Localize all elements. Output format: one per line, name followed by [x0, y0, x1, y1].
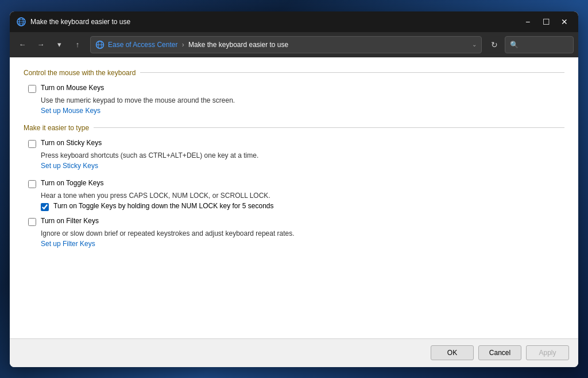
address-globe-icon [95, 40, 105, 49]
toggle-keys-description: Hear a tone when you press CAPS LOCK, NU… [41, 192, 564, 200]
cancel-button[interactable]: Cancel [478, 345, 521, 360]
up-button[interactable]: ↑ [69, 37, 86, 53]
sticky-keys-row: Turn on Sticky Keys [28, 139, 564, 148]
main-content: Control the mouse with the keyboard Turn… [10, 57, 578, 338]
filter-keys-checkbox[interactable] [28, 218, 36, 226]
footer: OK Cancel Apply [10, 338, 578, 367]
mouse-section-header: Control the mouse with the keyboard [24, 69, 564, 77]
mouse-keys-label: Turn on Mouse Keys [41, 84, 104, 92]
window-icon [17, 17, 26, 26]
refresh-button[interactable]: ↻ [486, 37, 502, 53]
toggle-keys-checkbox[interactable] [28, 180, 36, 188]
minimize-button[interactable]: − [521, 15, 535, 29]
mouse-section: Control the mouse with the keyboard Turn… [24, 69, 564, 115]
filter-keys-label: Turn on Filter Keys [41, 217, 99, 225]
sticky-keys-label: Turn on Sticky Keys [41, 139, 102, 147]
title-bar: Make the keyboard easier to use − ☐ ✕ [10, 11, 578, 32]
dropdown-button[interactable]: ▾ [51, 37, 67, 53]
setup-mouse-keys-link[interactable]: Set up Mouse Keys [41, 107, 564, 115]
toolbar: ← → ▾ ↑ Ease of Access Center › Make the… [10, 32, 578, 57]
typing-section-line [94, 127, 564, 128]
breadcrumb-2: Make the keyboard easier to use [188, 41, 288, 49]
title-controls: − ☐ ✕ [521, 15, 571, 29]
address-bar[interactable]: Ease of Access Center › Make the keyboar… [90, 36, 482, 53]
back-button[interactable]: ← [14, 37, 30, 53]
ok-button[interactable]: OK [431, 345, 474, 360]
typing-section: Make it easier to type Turn on Sticky Ke… [24, 124, 564, 248]
mouse-section-line [140, 72, 564, 73]
breadcrumb: Ease of Access Center › Make the keyboar… [108, 41, 469, 49]
breadcrumb-1[interactable]: Ease of Access Center [108, 41, 177, 49]
filter-keys-row: Turn on Filter Keys [28, 217, 564, 226]
typing-section-header: Make it easier to type [24, 124, 564, 132]
mouse-keys-checkbox[interactable] [28, 85, 36, 93]
close-button[interactable]: ✕ [558, 15, 571, 29]
setup-filter-keys-link[interactable]: Set up Filter Keys [41, 240, 564, 248]
toggle-keys-row: Turn on Toggle Keys [28, 179, 564, 188]
main-window: Make the keyboard easier to use − ☐ ✕ ← … [10, 11, 578, 367]
mouse-keys-row: Turn on Mouse Keys [28, 84, 564, 93]
window-title: Make the keyboard easier to use [30, 18, 521, 26]
address-chevron-icon[interactable]: ⌄ [472, 41, 477, 48]
sticky-keys-description: Press keyboard shortcuts (such as CTRL+A… [41, 151, 564, 159]
search-box: 🔍 [505, 36, 574, 53]
toggle-keys-numlock-label: Turn on Toggle Keys by holding down the … [53, 202, 274, 210]
sticky-keys-checkbox[interactable] [28, 140, 36, 148]
toggle-keys-numlock-checkbox[interactable] [41, 203, 49, 211]
apply-button[interactable]: Apply [526, 345, 569, 360]
typing-section-title: Make it easier to type [24, 124, 89, 132]
mouse-keys-description: Use the numeric keypad to move the mouse… [41, 96, 564, 104]
filter-keys-description: Ignore or slow down brief or repeated ke… [41, 229, 564, 237]
forward-button[interactable]: → [33, 37, 49, 53]
mouse-section-title: Control the mouse with the keyboard [24, 69, 136, 77]
toggle-keys-sub-row: Turn on Toggle Keys by holding down the … [41, 202, 564, 211]
content-area: Control the mouse with the keyboard Turn… [10, 57, 578, 338]
toggle-keys-label: Turn on Toggle Keys [41, 179, 103, 187]
setup-sticky-keys-link[interactable]: Set up Sticky Keys [41, 162, 564, 170]
maximize-button[interactable]: ☐ [539, 15, 553, 29]
breadcrumb-separator: › [182, 41, 184, 49]
search-icon: 🔍 [510, 41, 519, 49]
